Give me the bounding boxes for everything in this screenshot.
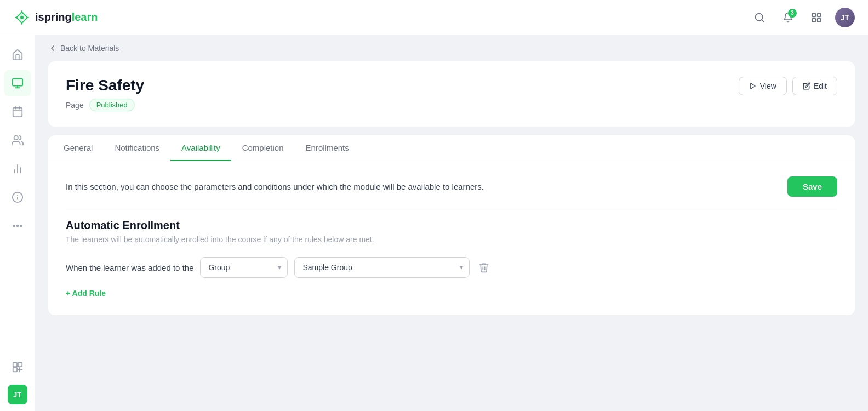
sidebar-item-home[interactable]: [4, 42, 31, 68]
apps-button[interactable]: [807, 8, 826, 27]
sidebar-item-calendar[interactable]: [4, 99, 31, 125]
add-rule-label: + Add Rule: [66, 289, 106, 298]
sidebar: JT: [0, 35, 35, 411]
svg-line-2: [762, 19, 764, 21]
view-button[interactable]: View: [739, 77, 787, 95]
reports-icon: [12, 163, 24, 175]
header-actions: View Edit: [739, 77, 837, 95]
svg-rect-25: [18, 363, 21, 367]
tab-completion[interactable]: Completion: [231, 135, 295, 161]
courses-icon: [12, 77, 24, 89]
edit-button[interactable]: Edit: [792, 77, 837, 95]
add-rule-button[interactable]: + Add Rule: [66, 287, 106, 300]
svg-point-22: [16, 225, 18, 227]
svg-rect-24: [13, 363, 16, 367]
grid-icon: [811, 12, 822, 23]
navbar: ispringlearn 3 JT: [0, 0, 868, 35]
svg-rect-26: [13, 368, 16, 372]
main-content: Back to Materials Fire Safety Page Publi…: [35, 35, 868, 411]
more-icon: [12, 220, 24, 232]
enrollment-rule-row: When the learner was added to the Group …: [66, 257, 837, 278]
sidebar-item-add[interactable]: [4, 354, 31, 380]
back-to-materials[interactable]: Back to Materials: [35, 35, 868, 61]
course-type-label: Page: [66, 101, 84, 110]
tabs-bar: General Notifications Availability Compl…: [48, 135, 855, 161]
delete-rule-button[interactable]: [476, 260, 492, 275]
svg-rect-4: [818, 13, 821, 16]
course-header-card: Fire Safety Page Published View: [48, 61, 855, 127]
save-button[interactable]: Save: [787, 176, 837, 197]
notification-badge: 3: [788, 9, 797, 18]
people-icon: [12, 134, 24, 146]
tab-enrollments[interactable]: Enrollments: [295, 135, 360, 161]
tab-general[interactable]: General: [53, 135, 104, 161]
svg-point-14: [14, 136, 18, 140]
sidebar-item-info[interactable]: [4, 184, 31, 210]
rule-prefix-label: When the learner was added to the: [66, 263, 193, 272]
rule-type-select[interactable]: Group Department Organization: [200, 257, 288, 278]
enrollment-section-subtitle: The learners will be automatically enrol…: [66, 235, 837, 244]
rule-type-select-wrapper: Group Department Organization ▾: [200, 257, 288, 278]
course-title: Fire Safety: [66, 77, 144, 94]
sidebar-item-people[interactable]: [4, 127, 31, 153]
sidebar-item-more[interactable]: [4, 213, 31, 239]
enrollment-section-title: Automatic Enrollment: [66, 219, 837, 232]
course-info: Fire Safety Page Published: [66, 77, 144, 111]
logo-text: ispringlearn: [35, 11, 98, 24]
availability-section: In this section, you can choose the para…: [48, 161, 855, 315]
svg-point-23: [20, 225, 22, 227]
play-icon: [749, 82, 757, 90]
section-top: In this section, you can choose the para…: [66, 176, 837, 197]
page-meta: Page Published: [66, 99, 144, 111]
sidebar-user-avatar[interactable]: JT: [8, 385, 27, 404]
user-avatar[interactable]: JT: [835, 8, 855, 27]
status-badge: Published: [89, 99, 135, 111]
divider: [66, 208, 837, 208]
chevron-left-icon: [48, 44, 57, 53]
sidebar-item-courses[interactable]: [4, 70, 31, 96]
rule-group-select[interactable]: Sample Group All Users Managers New Hire…: [294, 257, 470, 278]
notifications-button[interactable]: 3: [778, 8, 798, 27]
sidebar-bottom: JT: [4, 354, 31, 404]
sidebar-item-reports[interactable]: [4, 156, 31, 182]
svg-rect-5: [813, 18, 816, 21]
svg-rect-10: [13, 108, 22, 117]
search-button[interactable]: [750, 8, 769, 27]
tab-availability[interactable]: Availability: [170, 135, 231, 161]
logo-icon: [13, 9, 31, 26]
home-icon: [12, 49, 24, 61]
rule-group-select-wrapper: Sample Group All Users Managers New Hire…: [294, 257, 470, 278]
logo: ispringlearn: [13, 9, 98, 26]
page-header: Fire Safety Page Published View: [66, 77, 837, 111]
svg-rect-3: [813, 13, 816, 16]
svg-marker-29: [751, 83, 755, 89]
tab-notifications[interactable]: Notifications: [104, 135, 170, 161]
svg-rect-7: [12, 79, 22, 86]
search-icon: [754, 12, 765, 23]
availability-description: In this section, you can choose the para…: [66, 182, 484, 191]
add-icon: [12, 361, 24, 373]
svg-point-21: [13, 225, 15, 227]
trash-icon: [478, 262, 489, 273]
navbar-actions: 3 JT: [750, 8, 855, 27]
edit-icon: [803, 82, 810, 90]
calendar-icon: [12, 106, 24, 118]
info-icon: [12, 191, 24, 203]
svg-rect-6: [818, 18, 821, 21]
